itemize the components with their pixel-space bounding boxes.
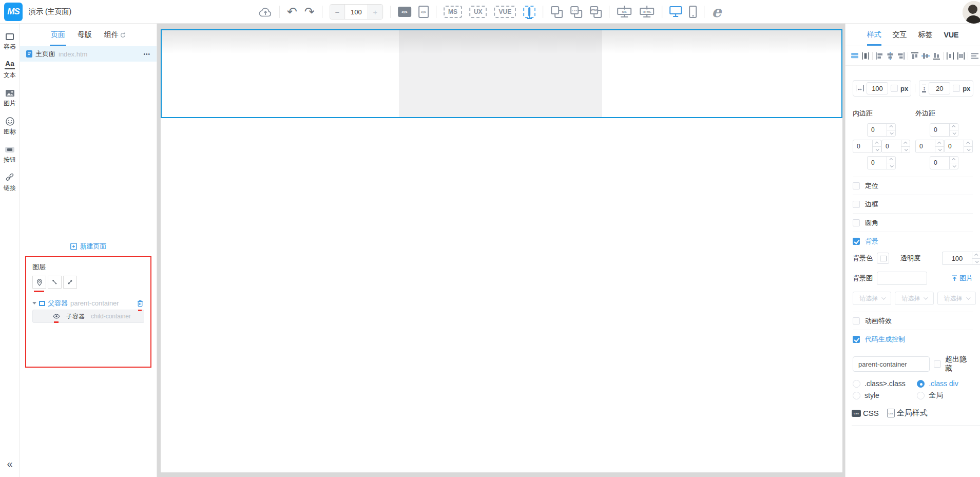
bg-select-3[interactable]: 请选择 <box>937 292 976 305</box>
height-input[interactable] <box>929 82 950 94</box>
tool-text[interactable]: Aa 文本 <box>4 60 16 80</box>
bg-color-swatch[interactable] <box>877 253 889 264</box>
distribute-horizontal-icon[interactable] <box>946 52 954 60</box>
padding-right-stepper[interactable]: 0 <box>881 140 910 153</box>
tab-pages[interactable]: 页面 <box>51 24 65 46</box>
export-screen-badge[interactable] <box>523 6 535 18</box>
expand-layers-button[interactable] <box>48 276 62 289</box>
code-view-filled-icon[interactable]: </> <box>398 7 411 17</box>
position-checkbox[interactable] <box>853 182 860 189</box>
download-html-icon[interactable]: HTML <box>639 6 655 18</box>
radio-class-child[interactable]: .class>.class <box>853 379 917 388</box>
width-input[interactable] <box>867 82 888 94</box>
justify-icon[interactable] <box>971 52 979 60</box>
canvas-parent-container-selected[interactable] <box>161 29 842 118</box>
collapse-layers-button[interactable] <box>63 276 77 289</box>
padding-left-stepper[interactable]: 0 <box>853 140 881 153</box>
tab-vue[interactable]: VUE <box>944 24 959 46</box>
visibility-eye-icon[interactable] <box>53 314 60 319</box>
align-center-vertical-icon[interactable] <box>886 52 894 60</box>
tab-interaction[interactable]: 交互 <box>893 24 907 46</box>
align-right-icon[interactable] <box>897 52 905 60</box>
layer-row-parent[interactable]: 父容器 parent-container <box>32 297 144 310</box>
delete-layer-button[interactable] <box>137 300 143 307</box>
layer-row-child[interactable]: 子容器 child-container <box>32 310 144 323</box>
collapse-panel-button[interactable]: « <box>7 458 12 470</box>
new-page-button[interactable]: 新建页面 <box>20 239 157 254</box>
align-middle-horizontal-icon[interactable] <box>921 52 930 60</box>
container-icon <box>6 33 14 40</box>
align-block-horizontal-icon[interactable] <box>851 52 859 60</box>
tool-image[interactable]: 图片 <box>4 88 16 108</box>
canvas-child-container[interactable] <box>399 30 602 117</box>
undo-icon[interactable]: ↶ <box>287 6 297 18</box>
class-name-input[interactable] <box>853 356 930 372</box>
zoom-in-button[interactable]: + <box>368 5 382 19</box>
user-avatar[interactable] <box>963 1 980 24</box>
tool-icon[interactable]: 图标 <box>4 117 16 136</box>
bg-select-2[interactable]: 请选择 <box>895 292 933 305</box>
radio-style[interactable]: style <box>853 391 917 400</box>
design-canvas[interactable] <box>157 24 845 477</box>
tab-masters[interactable]: 母版 <box>78 24 92 46</box>
distribute-spacing-icon[interactable] <box>957 52 965 60</box>
page-more-button[interactable]: ••• <box>143 51 150 57</box>
tool-container[interactable]: 容器 <box>4 32 16 51</box>
global-style-button[interactable]: css 全局样式 <box>887 408 928 418</box>
canvas-page[interactable] <box>161 29 842 472</box>
mobile-preview-icon[interactable] <box>689 6 697 18</box>
radio-global[interactable]: 全局 <box>917 391 973 400</box>
align-block-vertical-icon[interactable] <box>861 52 870 60</box>
page-list-item[interactable]: 主页面 index.htm ••• <box>20 46 157 62</box>
align-left-icon[interactable] <box>875 52 883 60</box>
zoom-level-value: 100 <box>344 5 368 19</box>
css-button[interactable]: css CSS <box>852 409 879 417</box>
tab-components[interactable]: 组件 <box>104 24 126 46</box>
export-ux-badge[interactable]: UX <box>469 6 487 18</box>
padding-top-stepper[interactable]: 0 <box>867 123 896 137</box>
publish-cloud-icon[interactable] <box>259 7 272 17</box>
align-bottom-icon[interactable] <box>932 52 940 60</box>
desktop-preview-icon[interactable] <box>669 6 682 17</box>
codegen-checkbox[interactable] <box>853 336 860 343</box>
margin-top-stepper[interactable]: 0 <box>930 123 958 137</box>
copy-html-icon[interactable]: HTML <box>589 6 602 18</box>
margin-bottom-stepper[interactable]: 0 <box>930 156 958 169</box>
background-checkbox[interactable] <box>853 238 860 245</box>
border-checkbox[interactable] <box>853 201 860 208</box>
width-percent-checkbox[interactable] <box>891 85 898 92</box>
bg-image-input[interactable] <box>877 272 927 285</box>
radius-checkbox[interactable] <box>853 219 860 226</box>
refresh-icon <box>120 32 126 38</box>
code-view-outline-icon[interactable]: </> <box>418 6 429 18</box>
spacing-section: 内边距 外边距 0 0 0 0 0 0 0 0 <box>853 109 973 169</box>
margin-right-stepper[interactable]: 0 <box>944 140 973 153</box>
tab-style[interactable]: 样式 <box>867 24 881 46</box>
overflow-hidden-checkbox[interactable] <box>934 360 941 368</box>
align-top-icon[interactable] <box>911 52 919 60</box>
chevron-down-icon[interactable] <box>32 302 36 304</box>
tool-button[interactable]: 按钮 <box>4 145 16 164</box>
locate-layer-button[interactable] <box>32 276 46 289</box>
component-rail: 容器 Aa 文本 图片 图标 按钮 链接 « <box>0 24 20 477</box>
tool-link[interactable]: 链接 <box>4 173 16 193</box>
copy-css-icon[interactable]: css <box>570 6 582 18</box>
radio-class-div[interactable]: .class div <box>917 379 973 388</box>
zoom-out-button[interactable]: − <box>330 5 344 19</box>
copy-icon[interactable] <box>550 6 563 18</box>
opacity-input[interactable] <box>942 252 972 265</box>
padding-bottom-stepper[interactable]: 0 <box>867 156 896 169</box>
upload-image-link[interactable]: 图片 <box>952 274 973 283</box>
download-ms-icon[interactable]: MS <box>617 6 632 18</box>
animation-checkbox[interactable] <box>853 317 860 325</box>
export-vue-badge[interactable]: VUE <box>494 6 516 18</box>
bg-select-1[interactable]: 请选择 <box>853 292 891 305</box>
margin-left-stepper[interactable]: 0 <box>915 140 944 153</box>
height-percent-checkbox[interactable] <box>953 85 960 92</box>
toolbar-divider <box>322 6 322 18</box>
browser-preview-icon[interactable]: e <box>712 4 721 20</box>
redo-icon[interactable]: ↷ <box>304 6 315 18</box>
export-ms-badge[interactable]: MS <box>444 6 462 18</box>
tab-label[interactable]: 标签 <box>918 24 933 46</box>
position-label: 定位 <box>865 181 878 190</box>
